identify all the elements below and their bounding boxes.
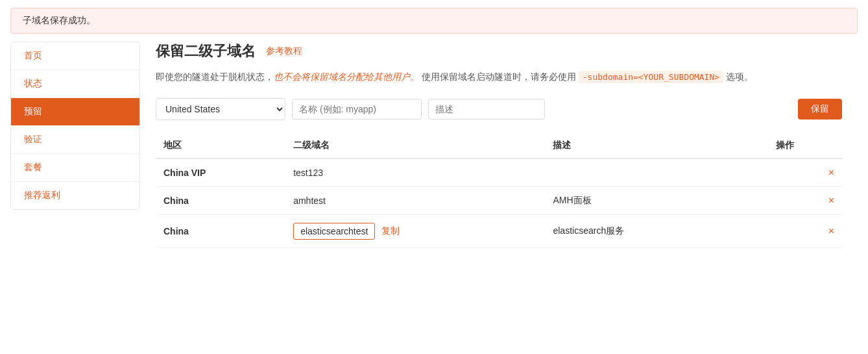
- sidebar: 首页 状态 预留 验证 套餐 推荐返利: [10, 42, 140, 210]
- desc-highlight: 也不会将保留域名分配给其他用户。: [274, 71, 419, 82]
- header-desc: 描述: [545, 133, 767, 158]
- sidebar-item-status[interactable]: 状态: [11, 70, 139, 98]
- main-layout: 首页 状态 预留 验证 套餐 推荐返利 保留二级子域名 参考教程 即使您的隧道处…: [10, 42, 858, 248]
- desc-input[interactable]: [428, 99, 545, 120]
- delete-button[interactable]: ×: [828, 167, 834, 179]
- sidebar-item-referral[interactable]: 推荐返利: [11, 182, 139, 209]
- table-row: ChinaamhtestAMH面板×: [156, 187, 842, 215]
- subdomain-value: amhtest: [293, 196, 326, 206]
- sidebar-item-home[interactable]: 首页: [11, 42, 139, 70]
- table-header-row: 地区 二级域名 描述 操作: [156, 133, 842, 158]
- content-header: 保留二级子域名 参考教程: [156, 42, 842, 61]
- desc-part2: 使用保留域名启动隧道时，请务必使用: [419, 71, 579, 82]
- cell-action: ×: [768, 187, 842, 215]
- content-area: 保留二级子域名 参考教程 即使您的隧道处于脱机状态，也不会将保留域名分配给其他用…: [140, 42, 858, 248]
- form-row: United StatesChinaChina VIPJapanSingapor…: [156, 98, 842, 120]
- region-select[interactable]: United StatesChinaChina VIPJapanSingapor…: [156, 98, 285, 120]
- cell-subdomain: amhtest: [285, 187, 545, 215]
- header-region: 地区: [156, 133, 285, 158]
- subdomain-table: 地区 二级域名 描述 操作 China VIPtest123×Chinaamht…: [156, 133, 842, 248]
- cell-region: China: [156, 215, 285, 248]
- subdomain-value-highlighted: elasticsearchtest: [293, 223, 375, 240]
- cell-action: ×: [768, 158, 842, 187]
- sidebar-item-verify[interactable]: 验证: [11, 126, 139, 154]
- header-subdomain: 二级域名: [285, 133, 545, 158]
- delete-button[interactable]: ×: [828, 225, 834, 237]
- name-input[interactable]: [292, 99, 422, 120]
- delete-button[interactable]: ×: [828, 195, 834, 207]
- cell-region: China: [156, 187, 285, 215]
- success-message: 子域名保存成功。: [23, 15, 95, 25]
- cell-desc: [545, 158, 767, 187]
- desc-code: -subdomain=<YOUR_SUBDOMAIN>: [579, 71, 723, 83]
- ref-link[interactable]: 参考教程: [266, 45, 302, 57]
- cell-region: China VIP: [156, 158, 285, 187]
- sidebar-item-plan[interactable]: 套餐: [11, 154, 139, 182]
- subdomain-value: test123: [293, 168, 323, 178]
- sidebar-item-reserve[interactable]: 预留: [11, 98, 139, 126]
- table-row: China VIPtest123×: [156, 158, 842, 187]
- cell-action: ×: [768, 215, 842, 248]
- header-action: 操作: [768, 133, 842, 158]
- cell-subdomain: test123: [285, 158, 545, 187]
- copy-button[interactable]: 复制: [381, 225, 400, 237]
- success-banner: 子域名保存成功。: [10, 8, 858, 34]
- cell-subdomain: elasticsearchtest复制: [285, 215, 545, 248]
- desc-part3: 选项。: [723, 71, 753, 82]
- cell-desc: AMH面板: [545, 187, 767, 215]
- save-button[interactable]: 保留: [798, 99, 842, 120]
- description: 即使您的隧道处于脱机状态，也不会将保留域名分配给其他用户。 使用保留域名启动隧道…: [156, 69, 842, 85]
- table-row: Chinaelasticsearchtest复制elasticsearch服务×: [156, 215, 842, 248]
- cell-desc: elasticsearch服务: [545, 215, 767, 248]
- desc-part1: 即使您的隧道处于脱机状态，: [156, 71, 274, 82]
- page-title: 保留二级子域名: [156, 42, 256, 61]
